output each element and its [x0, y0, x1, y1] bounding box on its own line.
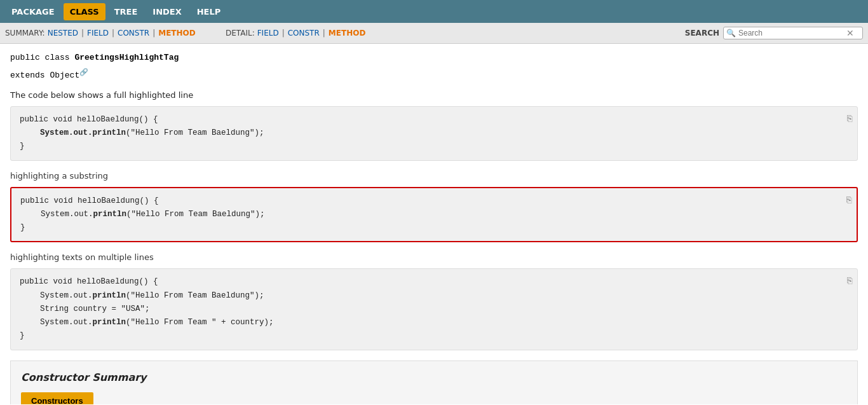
- summary-label: SUMMARY:: [5, 29, 45, 38]
- code-line-2-1: public void helloBaeldung() {: [20, 195, 848, 208]
- sub-navigation: SUMMARY: NESTED | FIELD | CONSTR | METHO…: [0, 23, 868, 44]
- subnav-method-summary[interactable]: METHOD: [158, 29, 196, 38]
- code-line-1-1: public void helloBaeldung() {: [20, 113, 848, 127]
- description-text: The code below shows a full highlighted …: [10, 90, 858, 100]
- constructors-button[interactable]: Constructors: [21, 392, 93, 404]
- subnav-field-summary[interactable]: FIELD: [87, 29, 109, 38]
- constructor-summary-section: Constructor Summary Constructors: [10, 360, 858, 404]
- code-line-1-3: }: [20, 140, 848, 153]
- nav-package[interactable]: PACKAGE: [5, 3, 61, 20]
- code-line-3-2: System.out.println("Hello From Team Bael…: [20, 289, 848, 303]
- subnav-constr-detail[interactable]: CONSTR: [288, 29, 320, 38]
- search-input[interactable]: [738, 29, 846, 38]
- multiple-lines-label: highlighting texts on multiple lines: [10, 252, 858, 262]
- nav-help[interactable]: HELP: [191, 3, 227, 20]
- subnav-constr-summary[interactable]: CONSTR: [118, 29, 149, 38]
- nav-index[interactable]: INDEX: [146, 3, 187, 20]
- code-line-3-1: public void helloBaeldung() {: [20, 275, 848, 289]
- code-line-3-3: String country = "USA";: [20, 303, 848, 316]
- code-line-1-2: System.out.println("Hello From Team Bael…: [20, 127, 848, 140]
- search-label: SEARCH: [685, 29, 719, 38]
- code-block-1: ⎘ public void helloBaeldung() { System.o…: [10, 106, 858, 161]
- subnav-nested[interactable]: NESTED: [48, 29, 78, 38]
- code-line-2-3: }: [20, 221, 848, 235]
- main-content: public class GreetingsHighlightTag exten…: [0, 44, 868, 404]
- subnav-method-detail[interactable]: METHOD: [329, 29, 366, 38]
- code-line-3-5: }: [20, 329, 848, 343]
- top-navigation: PACKAGE CLASS TREE INDEX HELP: [0, 0, 868, 23]
- code-line-3-4: System.out.println("Hello From Team " + …: [20, 316, 848, 329]
- code-block-3: ⎘ public void helloBaeldung() { System.o…: [10, 268, 858, 350]
- copy-icon-3[interactable]: ⎘: [847, 274, 852, 289]
- search-box-wrapper: 🔍 ✕: [723, 27, 863, 39]
- code-block-2: ⎘ public void helloBaeldung() { System.o…: [10, 187, 858, 243]
- class-header: public class GreetingsHighlightTag: [10, 51, 858, 65]
- subnav-field-detail[interactable]: FIELD: [257, 29, 279, 38]
- search-icon: 🔍: [726, 29, 736, 38]
- nav-class[interactable]: CLASS: [64, 3, 105, 20]
- copy-icon-1[interactable]: ⎘: [847, 112, 852, 127]
- search-clear-icon[interactable]: ✕: [846, 29, 854, 38]
- external-link[interactable]: 🔗: [79, 69, 88, 76]
- class-declaration: public class GreetingsHighlightTag: [10, 53, 179, 62]
- constructor-summary-title: Constructor Summary: [21, 371, 847, 383]
- search-area: SEARCH 🔍 ✕: [685, 27, 863, 39]
- detail-label: DETAIL:: [226, 29, 255, 38]
- code-line-2-2: System.out.println("Hello From Team Bael…: [20, 208, 848, 221]
- nav-tree[interactable]: TREE: [108, 3, 144, 20]
- highlighted-section-label: highlighting a substring: [10, 171, 858, 181]
- copy-icon-2[interactable]: ⎘: [846, 193, 851, 209]
- extends-line: extends Object🔗: [10, 67, 858, 83]
